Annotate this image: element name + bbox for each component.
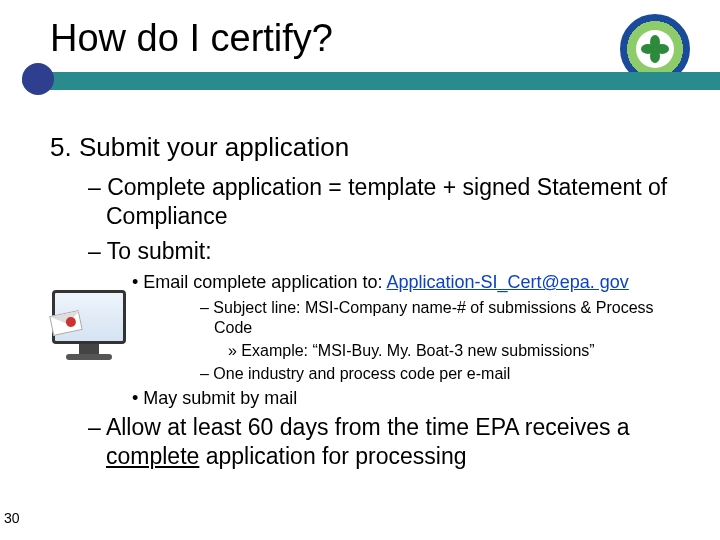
allow-post: application for processing <box>199 443 466 469</box>
section-title: Submit your application <box>79 132 349 162</box>
content: 5. Submit your application Complete appl… <box>50 132 680 471</box>
allow-complete: complete <box>106 443 199 469</box>
bullet-one-industry: One industry and process code per e-mail <box>200 364 680 385</box>
accent-dot <box>22 63 54 95</box>
bullet-to-submit: To submit: <box>88 237 680 266</box>
bullet-complete-app: Complete application = template + signed… <box>88 173 680 231</box>
allow-pre: Allow at least 60 days from the time EPA… <box>106 414 630 440</box>
bullet-subject-line: Subject line: MSI-Company name-# of subm… <box>200 298 680 340</box>
page-number: 30 <box>4 510 20 526</box>
bullet-example: Example: “MSI-Buy. My. Boat-3 new submis… <box>228 341 680 362</box>
computer-email-icon <box>46 290 132 364</box>
slide: How do I certify? 5. Submit your applica… <box>0 0 720 540</box>
email-link[interactable]: Application-SI_Cert@epa. gov <box>386 272 628 292</box>
bullet-email-prefix: Email complete application to: <box>143 272 386 292</box>
section-number: 5. <box>50 132 72 162</box>
bullet-email: Email complete application to: Applicati… <box>132 271 680 294</box>
bullet-allow-60: Allow at least 60 days from the time EPA… <box>88 413 680 471</box>
accent-stripe <box>22 72 720 90</box>
section-heading: 5. Submit your application <box>50 132 680 163</box>
bullet-mail: May submit by mail <box>132 387 680 410</box>
slide-title: How do I certify? <box>50 18 333 60</box>
